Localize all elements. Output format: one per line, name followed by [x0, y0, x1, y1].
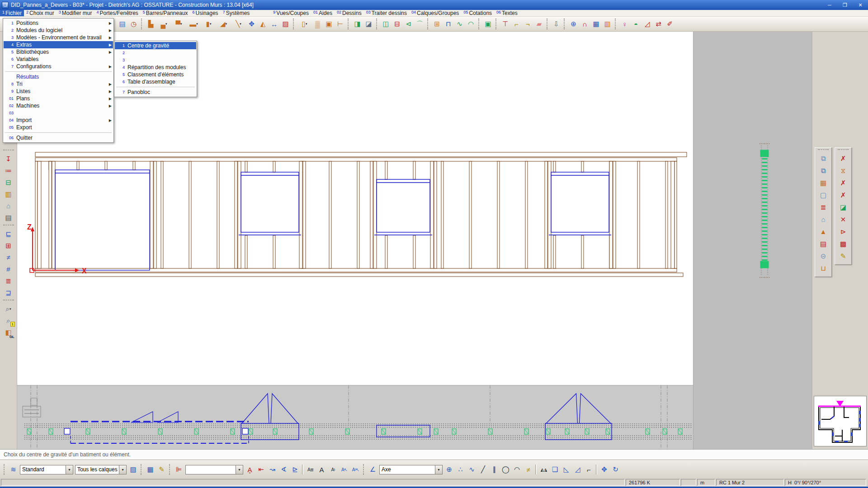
- panel-colors-icon[interactable]: ▨: [280, 19, 291, 30]
- menu-item-quitter[interactable]: 06Quitter: [4, 134, 113, 141]
- menu-item-tri[interactable]: 8Tri▶: [4, 80, 113, 88]
- text-rotated-icon[interactable]: A↖: [339, 464, 350, 475]
- chevron-down-icon[interactable]: ▼: [236, 465, 243, 474]
- delete-element-icon[interactable]: ✗: [838, 153, 849, 164]
- frame-window-icon[interactable]: ⊞: [431, 19, 443, 30]
- line-icon[interactable]: ╱: [477, 464, 489, 475]
- menubar-item-choix-mur[interactable]: 2Choix mur: [24, 10, 57, 16]
- menubar-item-barres-panneaux[interactable]: 5Barres/Panneaux: [141, 10, 190, 16]
- menubar-item-vues-coupes[interactable]: 9Vues/Coupes: [271, 10, 311, 16]
- building-blue-icon[interactable]: ▦: [590, 19, 602, 30]
- wall-layer-list-icon[interactable]: ≣: [3, 275, 14, 286]
- move-beam-icon[interactable]: ✥: [246, 19, 257, 30]
- menubar-item-usinages[interactable]: 6Usinages: [190, 10, 221, 16]
- door-insert-icon[interactable]: ▢: [818, 189, 829, 201]
- bar-list-icon[interactable]: ≔: [3, 165, 14, 176]
- menu-item-classement-d-elements[interactable]: 5Classement d'éléments: [115, 71, 196, 78]
- menu-item-table-d-assemblage[interactable]: 6Table d'assemblage: [115, 78, 196, 85]
- slope-warning-icon[interactable]: ◿: [642, 19, 653, 30]
- dashed-stud-icon[interactable]: ▒: [312, 19, 323, 30]
- menu-item-bibliotheques[interactable]: 5Bibliothèques▶: [4, 48, 113, 56]
- chevron-down-icon[interactable]: ▼: [119, 465, 126, 474]
- axis-mode-icon[interactable]: ∠: [367, 464, 378, 475]
- machining-list-icon[interactable]: ⊟: [392, 19, 403, 30]
- chevron-down-icon[interactable]: ▼: [435, 465, 442, 474]
- trim-end-icon[interactable]: ◿: [572, 464, 583, 475]
- green-panel-icon[interactable]: ⊟: [3, 177, 14, 188]
- beam-list-icon[interactable]: ▙: [145, 19, 156, 30]
- dimension-style-select[interactable]: ▼: [185, 465, 243, 474]
- dimension-slope-icon[interactable]: ⊵: [289, 464, 301, 475]
- grid-building-icon[interactable]: ▥: [3, 188, 14, 200]
- delete-surface-icon[interactable]: ◪: [838, 202, 849, 213]
- copy-wall-icon[interactable]: ⧉: [818, 153, 829, 164]
- menubar-item-cotations[interactable]: 05Cotations: [461, 10, 494, 16]
- menubar-item-traiter-dessins[interactable]: 03Traiter dessins: [364, 10, 409, 16]
- top-plate-icon[interactable]: ▀▾: [171, 19, 186, 30]
- arc-icon[interactable]: ◠: [511, 464, 523, 475]
- edit-pencil-icon[interactable]: ✎: [838, 250, 849, 262]
- menu-item-centre-de-gravite[interactable]: 1Centre de gravité: [115, 42, 196, 49]
- copy-wall-alt-icon[interactable]: ⧉: [818, 165, 829, 176]
- truss-icon[interactable]: ▲: [818, 226, 829, 237]
- line-type-select[interactable]: Axe▼: [379, 465, 443, 474]
- stud-dimension-icon[interactable]: ↔: [269, 19, 280, 30]
- menu-item-import[interactable]: 04Import▶: [4, 117, 113, 124]
- delete-line-icon[interactable]: ✕: [838, 214, 849, 225]
- dimension-point-icon[interactable]: ↝: [267, 464, 278, 475]
- layer-edit-icon[interactable]: ▨: [127, 464, 139, 475]
- axis-cross-icon[interactable]: ⊕: [568, 19, 579, 30]
- menu-item-modeles-environnement-de-travail[interactable]: 3Modèles - Environnement de travail▶: [4, 34, 113, 41]
- plan-view-strip[interactable]: [17, 385, 693, 449]
- menubar-item-textes[interactable]: 06Textes: [494, 10, 520, 16]
- beam-angle-icon[interactable]: ◭: [257, 19, 269, 30]
- chevron-down-icon[interactable]: ▼: [66, 465, 73, 474]
- freehand-icon[interactable]: ≠: [523, 464, 534, 475]
- eraser-icon[interactable]: ▰: [533, 19, 545, 30]
- gl-view-icon[interactable]: ◧GL: [3, 327, 14, 338]
- close-button[interactable]: ✕: [853, 0, 868, 10]
- diagonal-beam-icon[interactable]: ◢▾: [216, 19, 231, 30]
- mini-plan-preview[interactable]: [814, 396, 867, 446]
- text-rotated-numbered-icon[interactable]: A¹↖: [350, 464, 361, 475]
- parallel-lines-icon[interactable]: ∥: [489, 464, 500, 475]
- text-numbered-icon[interactable]: A¹: [327, 464, 339, 475]
- frame-zigzag-icon[interactable]: ∿: [454, 19, 465, 30]
- bottom-plate-icon[interactable]: ▄▾: [156, 19, 171, 30]
- building-orange-icon[interactable]: ▥: [602, 19, 613, 30]
- menubar-item-modifier-mur[interactable]: 3Modifier mur: [57, 10, 94, 16]
- dimension-red-icon[interactable]: ⇤: [255, 464, 267, 475]
- z-profile-icon[interactable]: ⌐: [511, 19, 522, 30]
- profile-n-icon[interactable]: ∩: [579, 19, 590, 30]
- zoom-document-1-icon[interactable]: ⌕1: [3, 315, 14, 326]
- wall-layer-section-icon[interactable]: ⊒: [3, 287, 14, 298]
- delete-dimension-icon[interactable]: ✗: [838, 189, 849, 201]
- green-block-icon[interactable]: ▣: [482, 19, 494, 30]
- layers-icon[interactable]: ≋: [8, 464, 19, 475]
- wall-layer-profile-icon[interactable]: ⊑: [3, 228, 14, 239]
- building-icon[interactable]: ▤: [818, 238, 829, 249]
- dimension-angle-icon[interactable]: ∢: [278, 464, 289, 475]
- corner-icon[interactable]: ⌐: [583, 464, 594, 475]
- wall-layer-grid-icon[interactable]: ⊞: [3, 240, 14, 251]
- menubar-item-aides[interactable]: 01Aides: [311, 10, 335, 16]
- delete-point-icon[interactable]: ✗: [838, 177, 849, 188]
- delete-hatch-icon[interactable]: ▩: [838, 238, 849, 249]
- menu-item-plans[interactable]: 01Plans▶: [4, 95, 113, 102]
- curve-icon[interactable]: ∿: [466, 464, 477, 475]
- protractor-icon[interactable]: ◓: [630, 19, 642, 30]
- printer-icon[interactable]: ▤: [3, 212, 14, 223]
- trim-start-icon[interactable]: ◺: [561, 464, 572, 475]
- dimension-transfer-icon[interactable]: ⊤: [500, 19, 511, 30]
- export-machine-icon[interactable]: ⇩: [551, 19, 562, 30]
- menubar-item-systemes[interactable]: 7Systèmes: [221, 10, 252, 16]
- menu-item-listes[interactable]: 9Listes▶: [4, 88, 113, 95]
- corner-junction-icon[interactable]: ⊢: [335, 19, 346, 30]
- text-list-icon[interactable]: A≣: [305, 464, 316, 475]
- wall-layer-frame-icon[interactable]: #: [3, 263, 14, 275]
- layer-stack-icon[interactable]: ≣: [818, 202, 829, 213]
- menu-item-panobloc[interactable]: 7Panobloc: [115, 89, 196, 96]
- dimension-text-icon[interactable]: Ḁ: [244, 464, 255, 475]
- preset-select[interactable]: Standard▼: [20, 465, 73, 474]
- menu-item-variables[interactable]: 6Variables: [4, 56, 113, 63]
